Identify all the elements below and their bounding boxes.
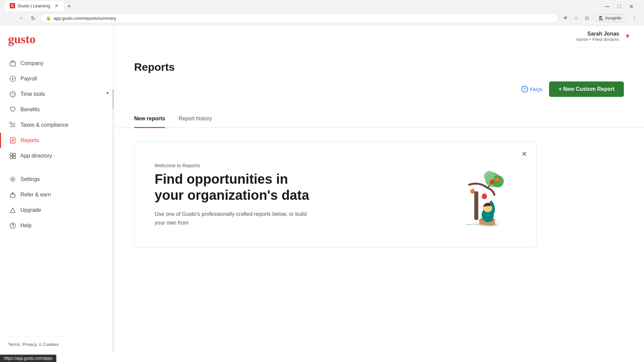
svg-rect-26 (474, 191, 478, 220)
eye-off-icon[interactable]: 👁 (561, 13, 570, 23)
sidebar-footer: Terms, Privacy, & Cookies (0, 336, 114, 352)
sidebar-item-label-benefits: Benefits (20, 107, 40, 113)
app-container: gusto ▲ Company (0, 25, 644, 352)
payroll-icon (9, 75, 16, 82)
tab-report-history-label: Report history (178, 116, 212, 121)
settings-icon (9, 176, 16, 183)
more-options-button[interactable]: ⋮ (629, 13, 640, 23)
scroll-thumb[interactable] (112, 89, 114, 109)
refer-icon (9, 191, 16, 198)
tab-new-reports[interactable]: New reports (134, 112, 165, 128)
sidebar-item-label-app-directory: App directory (20, 153, 52, 159)
svg-point-23 (495, 178, 499, 182)
tab-close-button[interactable]: ✕ (55, 3, 59, 8)
svg-rect-6 (10, 153, 12, 156)
terms-link[interactable]: Terms (8, 342, 20, 347)
sidebar-item-time-tools[interactable]: Time tools (0, 86, 114, 102)
sidebar-item-taxes[interactable]: Taxes & compliance (0, 117, 114, 133)
status-bar: https://app.gusto.com/apps (0, 355, 56, 362)
svg-rect-11 (10, 194, 15, 197)
gusto-logo[interactable]: gusto (8, 32, 106, 46)
address-actions: 👁 ☆ ⊡ (561, 13, 592, 23)
sidebar-item-upgrade[interactable]: Upgrade (0, 202, 114, 218)
tabs: New reports Report history (134, 112, 624, 128)
faqs-link[interactable]: ? FAQs (521, 86, 543, 93)
side-panel-icon[interactable]: ⊡ (582, 13, 592, 23)
svg-rect-8 (10, 156, 12, 159)
reports-icon (9, 137, 16, 144)
sidebar-item-settings[interactable]: Settings (0, 172, 114, 187)
sidebar-item-refer[interactable]: Refer & earn (0, 187, 114, 202)
svg-point-12 (10, 223, 15, 228)
sidebar-item-payroll[interactable]: Payroll (0, 71, 114, 86)
user-name: Sarah Jonas (576, 31, 619, 37)
toolbar: ? FAQs + New Custom Report (134, 81, 624, 97)
welcome-illustration (436, 158, 516, 232)
welcome-text: Welcome to Reports Find opportunities in… (155, 163, 316, 227)
url-text: app.gusto.com/reports/summary (54, 16, 116, 21)
tab-report-history[interactable]: Report history (178, 112, 212, 128)
back-button[interactable]: ← (4, 13, 13, 23)
svg-rect-7 (13, 153, 15, 156)
company-icon (9, 60, 16, 67)
help-icon (9, 222, 16, 229)
sidebar-item-label-payroll: Payroll (20, 76, 37, 82)
sidebar-item-label-refer: Refer & earn (20, 192, 51, 198)
minimize-button[interactable]: ─ (602, 2, 612, 11)
url-bar[interactable]: 🔒 app.gusto.com/reports/summary (40, 13, 558, 23)
sidebar-item-reports[interactable]: Reports (0, 133, 114, 148)
status-url: https://app.gusto.com/apps (4, 356, 52, 361)
svg-point-24 (482, 194, 487, 199)
incognito-button[interactable]: 🕵 Incognito (594, 14, 626, 22)
welcome-title: Find opportunities in your organization'… (155, 171, 316, 203)
scroll-track (112, 89, 114, 352)
tabs-container: New reports Report history (114, 112, 644, 128)
tab-title: Gusto | Learning (18, 3, 50, 8)
bookmark-icon[interactable]: ☆ (572, 13, 581, 23)
sidebar-item-help[interactable]: Help (0, 218, 114, 233)
sidebar-item-label-upgrade: Upgrade (20, 207, 41, 213)
main-content: Sarah Jonas Admin • Feed donares ▼ Repor… (114, 25, 644, 352)
time-tools-icon (9, 90, 16, 98)
incognito-label: Incognito (605, 16, 622, 20)
svg-point-22 (490, 180, 494, 184)
sidebar-item-label-reports: Reports (20, 137, 39, 143)
welcome-description: Use one of Gusto's professionally-crafte… (155, 210, 316, 227)
sidebar-item-label-time-tools: Time tools (20, 91, 45, 97)
new-custom-report-button[interactable]: + New Custom Report (549, 81, 624, 97)
close-window-button[interactable]: ✕ (627, 2, 636, 11)
user-details: Sarah Jonas Admin • Feed donares (576, 31, 619, 42)
sidebar-nav: Company Payroll Time too (0, 53, 114, 336)
sidebar-item-label-taxes: Taxes & compliance (20, 122, 68, 128)
sidebar-item-label-company: Company (20, 60, 43, 66)
browser-chrome: G Gusto | Learning ✕ + ─ □ ✕ ← → ↻ 🔒 app… (0, 0, 644, 25)
user-info[interactable]: Sarah Jonas Admin • Feed donares ▼ (576, 31, 631, 42)
sidebar: gusto ▲ Company (0, 25, 114, 352)
page-title: Reports (134, 61, 624, 73)
active-tab[interactable]: G Gusto | Learning ✕ (4, 0, 64, 11)
maximize-button[interactable]: □ (614, 2, 624, 11)
tab-bar: G Gusto | Learning ✕ + ─ □ ✕ (0, 0, 644, 11)
taxes-icon (9, 121, 16, 129)
lock-icon: 🔒 (46, 16, 51, 20)
new-tab-button[interactable]: + (64, 2, 74, 11)
svg-point-10 (12, 178, 14, 180)
close-button[interactable]: ✕ (519, 148, 530, 159)
forward-button[interactable]: → (16, 13, 25, 23)
sidebar-item-benefits[interactable]: Benefits (0, 102, 114, 117)
header-bar: Sarah Jonas Admin • Feed donares ▼ (114, 25, 644, 48)
svg-point-13 (12, 227, 13, 228)
svg-rect-9 (13, 156, 15, 159)
privacy-link[interactable]: Privacy (22, 342, 37, 347)
reload-button[interactable]: ↻ (28, 13, 38, 23)
cookies-link[interactable]: Cookies (43, 342, 59, 347)
sidebar-header: gusto (0, 25, 114, 53)
chevron-down-icon: ▼ (625, 33, 631, 40)
address-bar: ← → ↻ 🔒 app.gusto.com/reports/summary 👁 … (0, 11, 644, 25)
upgrade-icon (9, 206, 16, 214)
sidebar-item-app-directory[interactable]: App directory (0, 148, 114, 164)
scroll-up-button[interactable]: ▲ (104, 89, 111, 96)
sidebar-item-label-settings: Settings (20, 176, 40, 182)
tab-new-reports-label: New reports (134, 116, 165, 121)
sidebar-item-company[interactable]: Company (0, 56, 114, 71)
